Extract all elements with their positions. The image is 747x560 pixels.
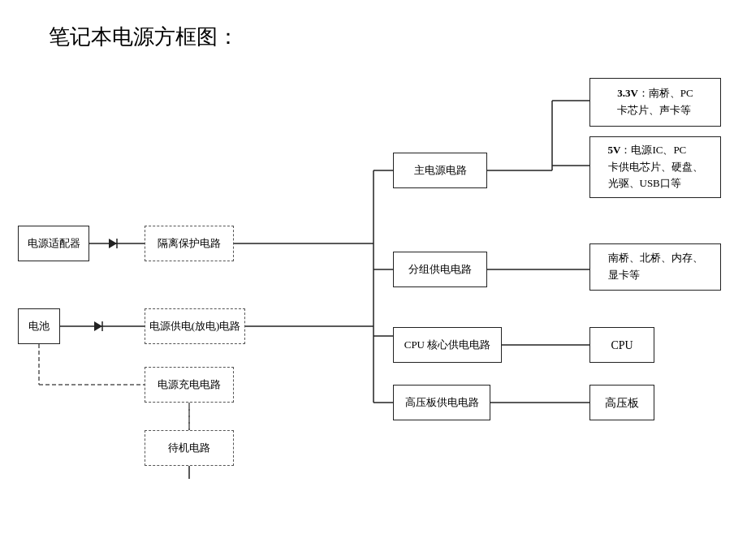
box-main-power: 主电源电路: [393, 153, 487, 188]
box-isolation: 隔离保护电路: [145, 226, 234, 261]
svg-marker-1: [109, 239, 117, 248]
page-title: 笔记本电源方框图：: [49, 23, 239, 51]
box-grouped-out: 南桥、北桥、内存、显卡等: [589, 243, 721, 291]
box-battery: 电池: [18, 308, 60, 344]
box-high-voltage: 高压板供电电路: [393, 385, 490, 420]
box-cpu-core: CPU 核心供电电路: [393, 327, 502, 363]
box-standby: 待机电路: [145, 430, 234, 466]
box-charging: 电源充电电路: [145, 367, 234, 403]
box-cpu-out: CPU: [589, 327, 654, 363]
box-v33: 3.3V：南桥、PC卡芯片、声卡等: [589, 78, 721, 127]
svg-marker-4: [94, 321, 102, 331]
box-grouped: 分组供电电路: [393, 252, 487, 287]
box-power-supply: 电源供电(放电)电路: [145, 308, 245, 344]
box-hv-out: 高压板: [589, 385, 654, 420]
box-v5: 5V：电源IC、PC卡供电芯片、硬盘、光驱、USB口等: [589, 136, 721, 198]
diagram-container: 笔记本电源方框图：: [0, 0, 747, 560]
box-power-adapter: 电源适配器: [18, 226, 89, 261]
